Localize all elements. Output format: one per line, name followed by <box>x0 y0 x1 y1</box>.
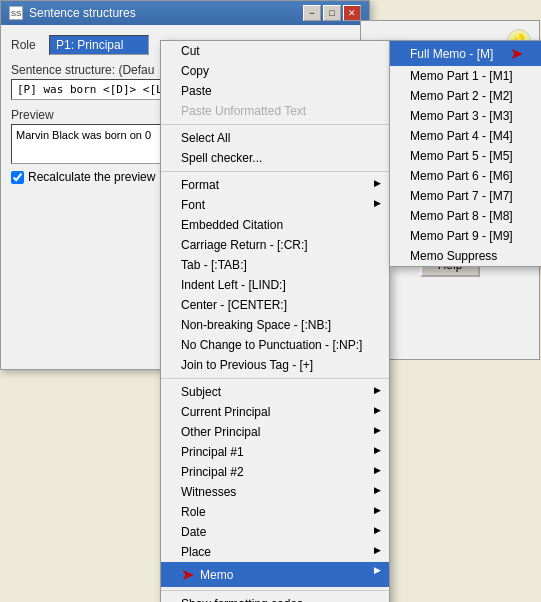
menu-item-other-principal[interactable]: Other Principal <box>161 422 389 442</box>
full-memo-label: Full Memo - [M] <box>410 47 493 61</box>
menu-item-select-all[interactable]: Select All <box>161 128 389 148</box>
full-memo-arrow-icon: ➤ <box>510 44 523 63</box>
sub-menu-item-memo-part-2[interactable]: Memo Part 2 - [M2] <box>390 86 541 106</box>
menu-item-indent-left[interactable]: Indent Left - [LIND:] <box>161 275 389 295</box>
menu-item-non-breaking-space[interactable]: Non-breaking Space - [:NB:] <box>161 315 389 335</box>
menu-divider-2 <box>161 171 389 172</box>
sub-menu-item-memo-part-9[interactable]: Memo Part 9 - [M9] <box>390 226 541 246</box>
sub-menu-item-memo-part-1[interactable]: Memo Part 1 - [M1] <box>390 66 541 86</box>
menu-item-center[interactable]: Center - [CENTER:] <box>161 295 389 315</box>
menu-item-memo[interactable]: ➤ Memo <box>161 562 389 587</box>
menu-item-cut[interactable]: Cut <box>161 41 389 61</box>
menu-divider-1 <box>161 124 389 125</box>
sub-menu-item-memo-part-4[interactable]: Memo Part 4 - [M4] <box>390 126 541 146</box>
sub-menu-item-full-memo[interactable]: Full Memo - [M] ➤ <box>390 41 541 66</box>
menu-item-spell-checker[interactable]: Spell checker... <box>161 148 389 168</box>
menu-item-format[interactable]: Format <box>161 175 389 195</box>
sub-menu-item-memo-part-7[interactable]: Memo Part 7 - [M7] <box>390 186 541 206</box>
menu-item-date[interactable]: Date <box>161 522 389 542</box>
title-icon-text: SS <box>11 9 22 18</box>
memo-label: Memo <box>200 568 233 582</box>
title-bar-left: SS Sentence structures <box>9 6 136 20</box>
menu-item-witnesses[interactable]: Witnesses <box>161 482 389 502</box>
sub-menu-item-memo-suppress[interactable]: Memo Suppress <box>390 246 541 266</box>
minimize-button[interactable]: − <box>303 5 321 21</box>
menu-item-copy[interactable]: Copy <box>161 61 389 81</box>
menu-item-paste[interactable]: Paste <box>161 81 389 101</box>
window-title: Sentence structures <box>29 6 136 20</box>
menu-item-no-change[interactable]: No Change to Punctuation - [:NP:] <box>161 335 389 355</box>
maximize-button[interactable]: □ <box>323 5 341 21</box>
menu-item-place[interactable]: Place <box>161 542 389 562</box>
menu-item-embedded-citation[interactable]: Embedded Citation <box>161 215 389 235</box>
menu-item-current-principal[interactable]: Current Principal <box>161 402 389 422</box>
role-input[interactable]: P1: Principal <box>49 35 149 55</box>
title-bar: SS Sentence structures − □ ✕ <box>1 1 369 25</box>
menu-item-principal1[interactable]: Principal #1 <box>161 442 389 462</box>
menu-divider-4 <box>161 590 389 591</box>
sub-menu-item-memo-part-6[interactable]: Memo Part 6 - [M6] <box>390 166 541 186</box>
context-menu: Cut Copy Paste Paste Unformatted Text Se… <box>160 40 390 602</box>
menu-item-role[interactable]: Role <box>161 502 389 522</box>
menu-item-show-formatting[interactable]: Show formatting codes <box>161 594 389 602</box>
sub-menu-item-memo-part-3[interactable]: Memo Part 3 - [M3] <box>390 106 541 126</box>
recalculate-checkbox[interactable] <box>11 171 24 184</box>
sub-menu-item-memo-part-5[interactable]: Memo Part 5 - [M5] <box>390 146 541 166</box>
menu-item-paste-unformatted: Paste Unformatted Text <box>161 101 389 121</box>
menu-item-font[interactable]: Font <box>161 195 389 215</box>
menu-item-join-previous[interactable]: Join to Previous Tag - [+] <box>161 355 389 375</box>
close-button[interactable]: ✕ <box>343 5 361 21</box>
recalculate-label: Recalculate the preview <box>28 170 155 184</box>
title-icon: SS <box>9 6 23 20</box>
title-bar-buttons: − □ ✕ <box>303 5 361 21</box>
sub-menu: Full Memo - [M] ➤ Memo Part 1 - [M1] Mem… <box>389 40 541 267</box>
menu-divider-3 <box>161 378 389 379</box>
menu-item-subject[interactable]: Subject <box>161 382 389 402</box>
memo-arrow-icon: ➤ <box>181 565 194 584</box>
menu-item-principal2[interactable]: Principal #2 <box>161 462 389 482</box>
sub-menu-item-memo-part-8[interactable]: Memo Part 8 - [M8] <box>390 206 541 226</box>
menu-item-tab[interactable]: Tab - [:TAB:] <box>161 255 389 275</box>
menu-item-carriage-return[interactable]: Carriage Return - [:CR:] <box>161 235 389 255</box>
role-label: Role <box>11 38 41 52</box>
